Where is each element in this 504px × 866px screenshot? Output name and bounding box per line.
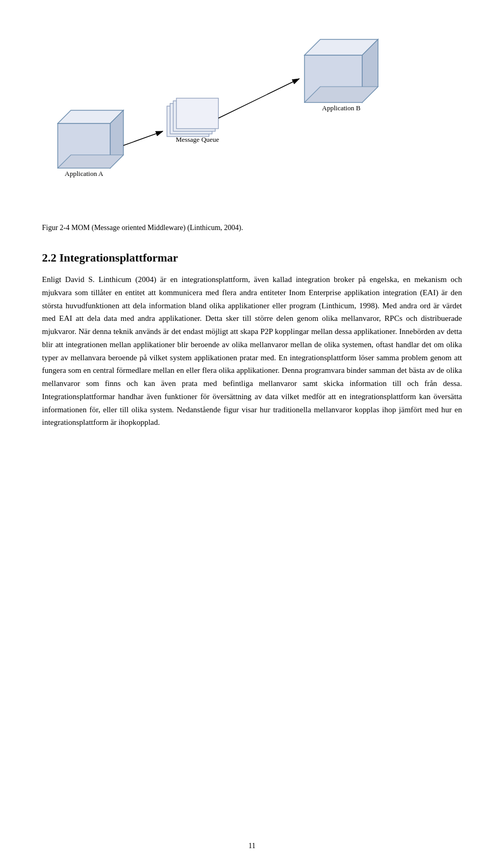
svg-line-4	[123, 131, 163, 145]
section-number: 2.2	[42, 251, 57, 264]
page-number: 11	[248, 842, 255, 850]
svg-text:Message Queue: Message Queue	[176, 135, 219, 143]
svg-line-9	[218, 79, 299, 118]
paragraph-1: Enligt David S. Linthicum (2004) är en i…	[42, 273, 462, 429]
svg-text:Application B: Application B	[322, 104, 361, 112]
section-title: Integrationsplattformar	[59, 251, 178, 264]
svg-text:Application A: Application A	[65, 170, 103, 178]
body-text: Enligt David S. Linthicum (2004) är en i…	[42, 273, 462, 429]
svg-rect-8	[176, 98, 218, 129]
figure-caption: Figur 2-4 MOM (Message oriented Middlewa…	[42, 224, 462, 232]
diagram-figure: Application A Message Queue Application …	[42, 21, 462, 215]
section-heading: 2.2 Integrationsplattformar	[42, 251, 462, 265]
